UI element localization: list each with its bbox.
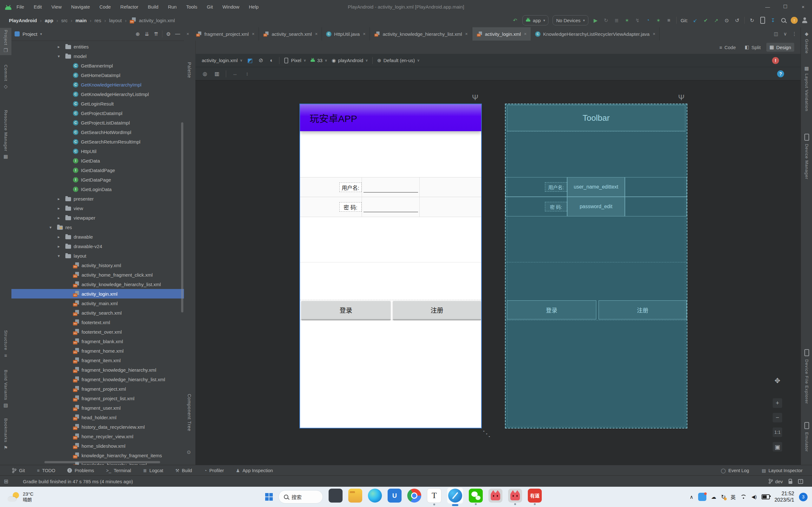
menu-git[interactable]: Git — [207, 4, 213, 9]
device-dropdown[interactable]: No Devices▾ — [553, 15, 588, 25]
sdk-manager-icon[interactable]: ↧ — [770, 17, 776, 23]
stripe-structure[interactable]: Structure≡ — [0, 328, 11, 360]
breadcrumb-src[interactable]: src — [61, 18, 67, 23]
ide-update-icon[interactable]: ↑ — [791, 17, 798, 24]
blueprint-username-label[interactable]: 用户名: — [545, 182, 567, 192]
menu-navigate[interactable]: Navigate — [71, 4, 90, 9]
tray-expand-icon[interactable]: ∧ — [690, 494, 693, 500]
design-surface[interactable]: Ψ Ψ 玩安卓APP 用户名: 密 码: — [195, 80, 801, 465]
taskbar-bilibili[interactable] — [489, 489, 502, 503]
component-tree-icon[interactable]: ⊙ — [187, 449, 191, 455]
apply-changes-icon[interactable]: ↻ — [603, 17, 609, 23]
tree-item[interactable]: <>fragment_project.xml — [11, 384, 184, 394]
menu-window[interactable]: Window — [222, 4, 239, 9]
gear-icon[interactable]: ⚙ — [165, 31, 171, 37]
tool-layout-inspector[interactable]: ▤Layout Inspector — [762, 468, 803, 473]
taskbar-bilibili-2[interactable] — [508, 489, 522, 503]
zoom-out-button[interactable]: − — [773, 413, 782, 422]
tab-fragment-project[interactable]: <>fragment_project.xml× — [192, 27, 259, 41]
git-commit-icon[interactable]: ✔ — [703, 17, 709, 23]
tool-app-inspection[interactable]: ♟App Inspection — [236, 468, 273, 473]
blueprint-password-label[interactable]: 密 码: — [545, 202, 567, 211]
menu-refactor[interactable]: Refactor — [120, 4, 138, 9]
blueprint-phone[interactable]: Toolbar user_name_edittext password_edit… — [505, 104, 687, 429]
menu-file[interactable]: File — [16, 4, 24, 9]
git-update-icon[interactable]: ↙ — [692, 17, 699, 23]
tree-item[interactable]: <>footertext.xml — [11, 318, 184, 327]
breadcrumb-file[interactable]: activity_login.xml — [139, 18, 175, 23]
tree-item[interactable]: <>history_data_recyclerview.xml — [11, 422, 184, 432]
profiler-icon[interactable]: ◔ — [645, 17, 651, 23]
start-button[interactable] — [265, 493, 273, 501]
tool-todo[interactable]: ≡TODO — [37, 468, 55, 473]
back-navigate-icon[interactable]: ↶ — [512, 17, 518, 23]
stripe-emulator[interactable]: Emulator — [801, 420, 812, 454]
vertical-scrollbar[interactable] — [181, 122, 183, 313]
tab-activity-search[interactable]: <>activity_search.xml× — [259, 27, 322, 41]
tree-item[interactable]: CGetProjectListDataImpl — [11, 118, 184, 127]
horizontal-scrollbar[interactable] — [44, 461, 160, 463]
tree-item[interactable]: CGetHomeDataImpl — [11, 70, 184, 80]
tree-item-selected[interactable]: <>activity_login.xml — [11, 289, 184, 298]
palette-tab[interactable]: Palette — [187, 62, 192, 78]
canvas-resize-handle[interactable]: ⋰ — [482, 430, 492, 438]
menu-run[interactable]: Run — [168, 4, 177, 9]
orientation-icon[interactable]: ⊘ — [258, 57, 264, 64]
stripe-bookmarks[interactable]: Bookmarks⚑ — [0, 416, 11, 452]
mode-code[interactable]: ≡Code — [716, 43, 739, 52]
tree-item[interactable]: <>home_recycler_view.xml — [11, 432, 184, 441]
tree-item[interactable]: ▾layout — [11, 251, 184, 261]
tab-activity-knowledge-hierarchy-list[interactable]: <>activity_knowledge_hierarchy_list.xml× — [370, 27, 472, 41]
mode-design[interactable]: ▦Design — [766, 43, 794, 52]
locale-selector-dropdown[interactable]: ⊛Default (en-us)∨ — [377, 58, 420, 63]
tab-adapter-java[interactable]: CKnowledgeHierarchyListRecyclerViewAdapt… — [531, 27, 660, 41]
tree-item[interactable]: <>activity_search.xml — [11, 308, 184, 318]
preview-register-button[interactable]: 注册 — [393, 301, 481, 320]
git-branch-widget[interactable]: dev — [768, 479, 783, 484]
tool-event-log[interactable]: ◯Event Log — [721, 468, 749, 473]
taskbar-edge[interactable] — [368, 489, 382, 503]
tree-item[interactable]: ▸drawable — [11, 232, 184, 241]
volume-icon[interactable]: ◀) — [751, 494, 757, 500]
design-preview-phone[interactable]: 玩安卓APP 用户名: 密 码: 登录 注册 — [299, 104, 482, 429]
tray-app-icon[interactable] — [698, 493, 706, 501]
wifi-icon[interactable] — [740, 495, 747, 499]
tree-item[interactable]: ▸entities — [11, 42, 184, 51]
tree-item[interactable]: <>head_holder.xml — [11, 412, 184, 422]
tree-item[interactable]: IIGetDataIdPage — [11, 165, 184, 175]
cloud-icon[interactable]: ☁ — [711, 494, 716, 500]
git-rollback-icon[interactable]: ↺ — [734, 17, 740, 23]
taskbar-youdao[interactable]: 有道 — [528, 489, 542, 503]
tree-item[interactable]: <>fragment_blank.xml — [11, 337, 184, 346]
horizontal-constraint-icon[interactable]: ↔ — [232, 71, 238, 77]
tree-item[interactable]: IIGetData — [11, 156, 184, 165]
tree-item[interactable]: <>activity_home_fragment_click.xml — [11, 270, 184, 279]
wrench-icon[interactable]: Ψ — [472, 93, 478, 102]
tree-item[interactable]: CGetBannerImpl — [11, 61, 184, 70]
stripe-project[interactable]: Project❐ — [0, 28, 11, 55]
chevron-down-icon[interactable]: ▾ — [40, 32, 42, 36]
breadcrumb-main[interactable]: main — [75, 18, 87, 23]
tree-item[interactable]: CGetKnowledgeHierarchyListImpl — [11, 89, 184, 99]
preview-password-input[interactable] — [363, 212, 418, 212]
stripe-build-variants[interactable]: Build Variants▧ — [0, 368, 11, 410]
view-options-icon[interactable]: ◎ — [202, 71, 208, 77]
error-badge[interactable]: ! — [772, 57, 779, 64]
lock-icon[interactable] — [789, 481, 792, 484]
tree-item[interactable]: IIGetLoginData — [11, 184, 184, 194]
menu-view[interactable]: View — [51, 4, 61, 9]
debug-button[interactable]: ✶ — [624, 17, 630, 23]
zoom-fit-button[interactable]: ▣ — [773, 442, 782, 452]
breadcrumb-app[interactable]: app — [45, 18, 53, 23]
tree-item[interactable]: <>activity_main.xml — [11, 298, 184, 308]
tree-item[interactable]: <>fragment_item.xml — [11, 355, 184, 365]
theme-selector-dropdown[interactable]: ◉playAndroid∨ — [332, 58, 368, 63]
blueprint-login-button[interactable]: 登录 — [507, 300, 596, 320]
breadcrumb-project[interactable]: PlayAndroid — [9, 18, 37, 23]
taskbar-chrome[interactable] — [407, 489, 421, 503]
tree-item[interactable]: IIGetDataPage — [11, 175, 184, 184]
taskbar-app-dark[interactable] — [328, 489, 343, 503]
wrench-icon[interactable]: Ψ — [678, 93, 684, 102]
tab-activity-login[interactable]: <>activity_login.xml× — [472, 27, 531, 41]
tree-item[interactable]: ▸viewpaper — [11, 213, 184, 222]
